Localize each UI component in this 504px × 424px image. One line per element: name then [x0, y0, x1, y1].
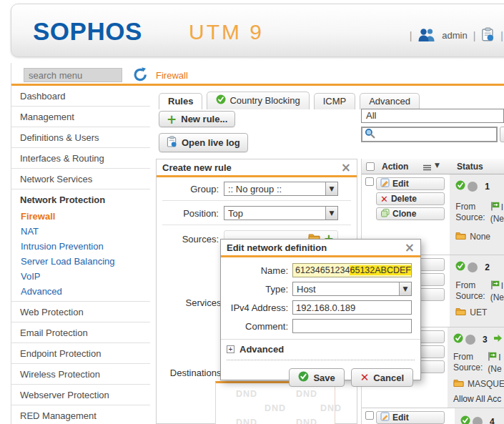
sidebar-item-intrusion-prevention[interactable]: Intrusion Prevention	[11, 239, 150, 254]
from-source-label: From	[453, 352, 473, 362]
status-disabled-icon[interactable]	[473, 417, 483, 424]
header-user-area: | admin | |	[410, 27, 503, 44]
dnd-watermark: DND	[236, 389, 257, 399]
select-all-checkbox[interactable]	[366, 162, 375, 171]
clone-button[interactable]: Clone	[376, 207, 445, 220]
sidebar-item-webserver-protection[interactable]: Webserver Protection	[11, 384, 150, 405]
separator: |	[473, 30, 476, 41]
chevron-down-icon[interactable]: ▼	[435, 162, 440, 169]
sidebar-item-firewall[interactable]: Firewall	[11, 209, 150, 224]
sidebar-item-wireless-protection[interactable]: Wireless Protection	[11, 363, 150, 384]
rule-number: 3	[483, 335, 488, 345]
sophos-logo: SOPHOS	[33, 17, 142, 46]
search-menu-input[interactable]	[24, 68, 122, 82]
search-apply-button[interactable]: ▸	[500, 127, 504, 142]
dnd-dropzone[interactable]: DND DND DND DND DND DND	[215, 381, 335, 424]
edit-icon	[380, 178, 390, 189]
position-select[interactable]: Top ▼	[224, 206, 338, 220]
row-checkbox[interactable]	[365, 411, 374, 420]
close-icon[interactable]: ×	[405, 243, 415, 252]
sidebar-item-nat[interactable]: NAT	[11, 224, 150, 239]
sidebar-item-management[interactable]: Management	[11, 106, 150, 127]
rule-action-text: Allow All Acc	[453, 394, 504, 404]
table-row: Edit 4	[362, 408, 504, 424]
rule-number: 4	[490, 417, 495, 424]
expand-icon[interactable]: +	[227, 345, 234, 353]
from-source-label: From	[455, 202, 475, 212]
status-disabled-icon[interactable]	[468, 182, 478, 192]
tab-country-blocking[interactable]: Country Blocking	[207, 92, 309, 109]
live-log-icon[interactable]	[481, 27, 495, 44]
source-network: I	[498, 352, 500, 363]
source-network: I	[501, 281, 503, 292]
status-enabled-icon[interactable]	[460, 415, 470, 424]
product-name: UTM 9	[189, 20, 264, 44]
name-input[interactable]: 6123465123465132ABCDEF	[292, 263, 412, 277]
live-log-icon	[167, 136, 177, 149]
delete-icon: ✕	[380, 195, 388, 203]
sidebar-item-network-protection[interactable]: Network Protection	[11, 189, 150, 209]
rule-number: 1	[485, 182, 490, 192]
delete-button[interactable]: ✕ Delete	[376, 192, 445, 205]
panel-title: Create new rule	[162, 162, 232, 173]
sidebar-item-interfaces-routing[interactable]: Interfaces & Routing	[11, 147, 150, 168]
rule-filter-select[interactable]: All	[361, 109, 504, 123]
sidebar-item-server-load-balancing[interactable]: Server Load Balancing	[11, 254, 150, 269]
status-enabled-icon[interactable]	[455, 180, 465, 192]
tab-rules[interactable]: Rules	[159, 93, 202, 109]
rule-group-name: MASQUE	[468, 379, 504, 389]
cancel-button[interactable]: ✕ Cancel	[351, 368, 413, 387]
status-disabled-icon[interactable]	[468, 262, 478, 272]
group-label: Group:	[164, 184, 224, 194]
sidebar-item-advanced[interactable]: Advanced	[11, 284, 150, 299]
edit-button[interactable]: Edit	[376, 177, 445, 190]
flag-icon	[488, 352, 497, 364]
sidebar-item-red-management[interactable]: RED Management	[11, 405, 150, 424]
destinations-label: Destinations:	[164, 368, 224, 378]
rule-search-input[interactable]	[375, 129, 496, 140]
status-disabled-icon[interactable]	[465, 335, 475, 345]
chevron-down-icon: ▼	[325, 207, 337, 220]
sidebar-item-voip[interactable]: VoIP	[11, 269, 150, 284]
type-select[interactable]: Host ▼	[292, 282, 412, 296]
status-enabled-icon	[216, 94, 226, 107]
plus-icon: +	[167, 115, 177, 124]
ipv4-address-label: IPv4 Address:	[221, 302, 292, 313]
tab-icmp[interactable]: ICMP	[314, 93, 356, 109]
divider	[162, 200, 351, 201]
folder-icon	[453, 379, 464, 389]
open-live-log-button[interactable]: Open live log	[159, 133, 248, 152]
status-enabled-icon[interactable]	[455, 261, 465, 273]
chevron-down-icon: ▼	[399, 282, 411, 295]
sophos-utm-screen: SOPHOS UTM 9 | admin |	[0, 0, 504, 424]
separator: |	[500, 30, 503, 41]
sidebar-nav: Dashboard Management Definitions & Users…	[11, 86, 150, 424]
ipv4-address-input[interactable]: 192.168.0.189	[292, 300, 412, 315]
dnd-watermark: DND	[265, 403, 286, 413]
sources-label: Sources:	[164, 234, 224, 245]
sidebar-item-web-protection[interactable]: Web Protection	[11, 301, 150, 322]
action-column-header: Action	[382, 162, 408, 172]
new-rule-button[interactable]: + New rule...	[159, 111, 235, 127]
sidebar-item-email-protection[interactable]: Email Protection	[11, 322, 150, 342]
from-source-label: From	[455, 280, 475, 290]
sidebar-item-network-services[interactable]: Network Services	[11, 168, 150, 189]
save-button[interactable]: Save	[289, 368, 344, 387]
edit-button[interactable]: Edit	[376, 411, 445, 424]
sidebar-item-definitions-users[interactable]: Definitions & Users	[11, 127, 150, 147]
advanced-expander[interactable]: + Advanced	[221, 339, 420, 358]
comment-input[interactable]	[292, 319, 412, 333]
x-icon: ✕	[360, 374, 370, 382]
logged-in-user[interactable]: admin	[442, 30, 467, 41]
tab-advanced[interactable]: Advanced	[360, 93, 420, 109]
rule-group-name: UET	[470, 307, 487, 317]
clone-icon	[380, 208, 390, 220]
list-icon[interactable]	[423, 163, 431, 173]
row-checkbox[interactable]	[365, 177, 374, 186]
group-select[interactable]: :: No group :: ▼	[224, 182, 338, 196]
status-enabled-icon[interactable]	[453, 333, 463, 345]
refresh-icon[interactable]	[132, 66, 149, 83]
close-icon[interactable]: ×	[341, 163, 351, 172]
sidebar-item-dashboard[interactable]: Dashboard	[11, 86, 150, 106]
sidebar-item-endpoint-protection[interactable]: Endpoint Protection	[11, 342, 150, 363]
